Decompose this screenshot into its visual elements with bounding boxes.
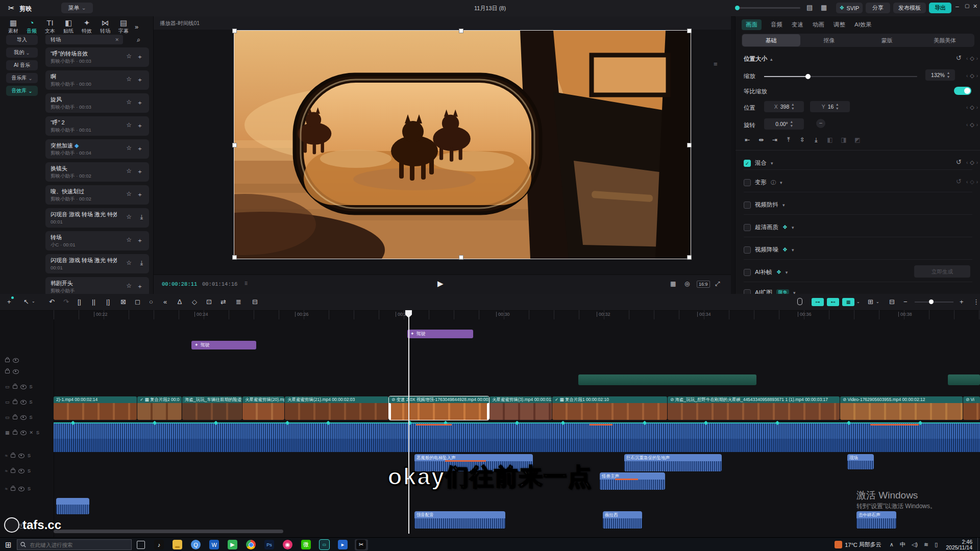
video-clip[interactable]: 火星蜜蜜剪辑(3).mp4 00:00:01:0 — [489, 396, 552, 420]
layout-two-icon[interactable]: ▦ — [821, 4, 827, 11]
crop-handle[interactable] — [232, 29, 237, 33]
eye-icon[interactable] — [13, 369, 19, 374]
fullscreen-icon[interactable]: ⤢ — [715, 280, 720, 287]
download-icon[interactable]: ⤓ — [140, 259, 143, 266]
reset-icon[interactable]: ↺ — [956, 158, 962, 166]
taskbar-app-folder[interactable]: ▂ — [171, 539, 184, 550]
crop-button[interactable]: ⊡ — [206, 298, 212, 306]
trim-handle-left[interactable] — [389, 403, 391, 420]
align-right-icon[interactable]: ⇥ — [769, 135, 780, 145]
sound-item[interactable]: 旋风剪映小助手 · 00:03☆＋ — [45, 93, 149, 113]
distribute-icon[interactable]: ◧ — [824, 135, 836, 145]
crop-handle[interactable] — [687, 29, 692, 33]
video-clip[interactable]: ✓ ▦ 复合片段2 00:0 — [137, 396, 182, 420]
lock-icon[interactable] — [13, 385, 17, 389]
publish-template-button[interactable]: 发布模板 — [893, 3, 926, 13]
stepper-icon[interactable]: ▴▾ — [791, 120, 793, 128]
subtab-basic[interactable]: 基础 — [742, 34, 800, 46]
lock-icon[interactable] — [5, 359, 10, 362]
sound-item[interactable]: “呼” 2剪映小助手 · 00:01☆＋ — [45, 116, 149, 136]
sound-item[interactable]: 转场小C · 00:01☆＋ — [45, 231, 149, 251]
video-clip[interactable]: ⊘ 海盗_玩玩_想野牛在刚期的火星峡_44543340958893671 1 (… — [668, 396, 840, 420]
keyframe-control[interactable]: ‹◇› — [966, 159, 978, 166]
add-icon[interactable]: ＋ — [137, 144, 143, 153]
sound-search-box[interactable]: ✕ — [45, 35, 123, 44]
solo-icon[interactable]: S — [30, 415, 33, 420]
zoom-in-button[interactable]: + — [960, 298, 964, 306]
sound-item[interactable]: 啊剪映小助手 · 00:00☆＋ — [45, 70, 149, 90]
taskbar-app-monitor[interactable]: ▭ — [318, 539, 331, 550]
rotate-dial[interactable]: ‒ — [816, 119, 825, 128]
section-ai-interpolation[interactable]: AI补帧 ❖ ▾ — [744, 268, 788, 276]
solo-icon[interactable]: S — [36, 430, 39, 435]
undo-button[interactable]: ↶ — [49, 298, 55, 306]
subnav-sound-effects[interactable]: 音效库⌄ — [6, 86, 38, 96]
add-icon[interactable]: ＋ — [137, 121, 143, 130]
keyframe-control[interactable]: ‹◇› — [966, 72, 978, 79]
subnav-mine[interactable]: 我的⌄ — [6, 47, 38, 58]
lock-icon[interactable] — [13, 416, 17, 419]
eye-icon[interactable] — [18, 454, 24, 458]
position-x-box[interactable]: X 398 ▴▾ — [764, 101, 804, 112]
taskbar-search-input[interactable] — [29, 541, 118, 548]
main-track-header[interactable]: ▦✕S — [5, 429, 39, 436]
stepper-icon[interactable]: ▴▾ — [836, 103, 838, 111]
section-denoise[interactable]: 视频降噪 ❖ ▾ — [744, 246, 794, 254]
chevron-right-icon[interactable]: » — [135, 23, 138, 31]
ratio-button[interactable]: 16:9 — [697, 281, 710, 288]
mic-icon[interactable] — [797, 298, 802, 305]
volume-keyframe-icon[interactable] — [704, 421, 708, 425]
volume-keyframe-icon[interactable] — [71, 421, 75, 425]
lock-icon[interactable] — [13, 400, 17, 404]
checkbox-icon[interactable] — [744, 224, 751, 231]
section-hd-quality[interactable]: 超清画质 ❖ ▾ — [744, 223, 794, 231]
taskbar-app-tv[interactable]: ▸ — [336, 539, 350, 550]
show-desktop-button[interactable] — [977, 538, 980, 551]
align-bottom-icon[interactable]: ⤓ — [811, 135, 822, 145]
add-icon[interactable]: ＋ — [137, 53, 143, 61]
timeline-ruler[interactable]: 00:22 00:24 00:26 00:28 00:30 00:32 00:3… — [54, 310, 980, 319]
volume-keyframe-icon[interactable] — [775, 421, 779, 425]
play-button[interactable]: ▶ — [437, 279, 444, 288]
subnav-music-library[interactable]: 音乐库⌄ — [6, 73, 38, 83]
fit-timeline-button[interactable]: ⊟ — [889, 298, 895, 306]
export-button[interactable]: 导出 — [929, 3, 951, 13]
track-header[interactable] — [5, 368, 19, 375]
lock-icon[interactable] — [5, 370, 10, 373]
lock-icon[interactable] — [13, 431, 17, 435]
eye-icon[interactable] — [20, 415, 27, 420]
panel-resize-handle[interactable]: ≡ — [714, 60, 718, 68]
video-clip[interactable]: ⊘ Video-1762905603955.mp4 00:00:02:12 — [840, 396, 963, 420]
favorite-icon[interactable]: ☆ — [126, 53, 132, 60]
generate-button[interactable]: 立即生成 — [914, 265, 970, 278]
rotate-value-box[interactable]: 0.00° ▴▾ — [764, 118, 804, 130]
checkbox-icon[interactable] — [744, 179, 751, 186]
redo-button[interactable]: ↷ — [63, 298, 69, 306]
volume-keyframe-icon[interactable] — [643, 421, 647, 425]
collapsed-track-segment[interactable] — [948, 374, 980, 385]
subnav-import[interactable]: 导入 — [6, 35, 38, 45]
video-clip-selected[interactable]: ⊘ 变速 2.0X 视频增强-1763049844928.mp4 00:00:0 — [389, 396, 489, 420]
favorite-icon[interactable]: ☆ — [126, 167, 132, 174]
tab-transition[interactable]: ⋈转场 — [96, 18, 114, 35]
video-clip[interactable]: 火星蜜蜜剪辑(21).mp4 00:00:02:03 — [285, 396, 388, 420]
favorite-icon[interactable]: ☆ — [126, 98, 132, 106]
scale-slider[interactable] — [764, 76, 917, 77]
add-icon[interactable]: ＋ — [137, 167, 143, 176]
taskbar-app-qq[interactable]: ◉ — [281, 539, 295, 550]
volume-keyframe-icon[interactable] — [918, 421, 922, 425]
volume-keyframe-icon[interactable] — [515, 421, 519, 425]
ime-indicator[interactable]: 中 — [900, 541, 905, 548]
tab-captions[interactable]: ▤字幕 — [114, 18, 133, 35]
checkbox-icon[interactable] — [744, 269, 751, 276]
weather-desc[interactable]: 局部多云 — [859, 541, 881, 548]
video-clip[interactable]: 海盗_玩玩_车辆往前期的险道快速 — [182, 396, 242, 420]
tab-speed[interactable]: 变速 — [792, 21, 803, 29]
video-clip[interactable]: 火星蜜蜜剪辑(20).mp4 — [242, 396, 284, 420]
sound-item[interactable]: 突然加速 ◆剪映小助手 · 00:04☆＋ — [45, 139, 149, 159]
stepper-icon[interactable]: ▴▾ — [947, 71, 949, 79]
split-button[interactable]: || — [92, 298, 95, 306]
align-center-v-icon[interactable]: ⇳ — [797, 135, 808, 145]
tab-audio-props[interactable]: 音频 — [771, 21, 782, 29]
search-icon[interactable]: ⌕ — [137, 36, 140, 44]
